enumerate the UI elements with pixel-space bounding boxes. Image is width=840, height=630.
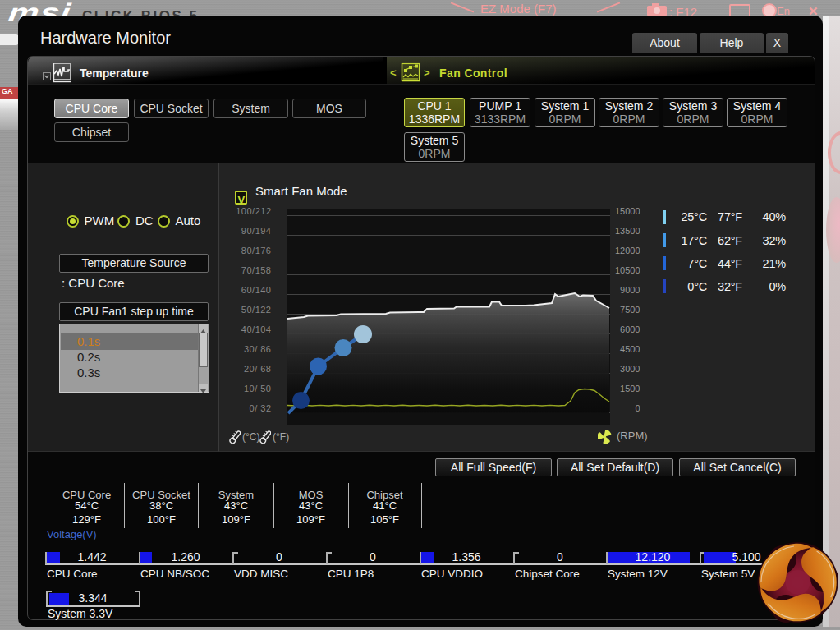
svg-text:V: V xyxy=(238,194,246,206)
